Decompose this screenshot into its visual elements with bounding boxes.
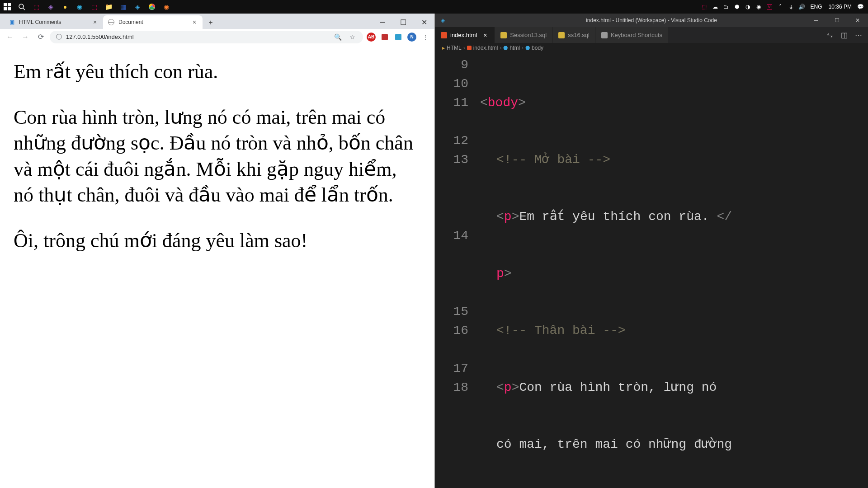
taskbar-app-explorer[interactable]: 📁 bbox=[101, 0, 116, 14]
tab-label: Keyboard Shortcuts bbox=[611, 32, 662, 38]
menu-icon[interactable]: ⋮ bbox=[420, 32, 431, 42]
code-area[interactable]: <body> <!-- Mở bài --> <p>Em rất yêu thí… bbox=[480, 53, 868, 488]
star-icon[interactable]: ☆ bbox=[347, 32, 358, 42]
back-button[interactable]: ← bbox=[4, 31, 16, 43]
paragraph-1: Em rất yêu thích con rùa. bbox=[14, 59, 421, 84]
split-editor-icon[interactable]: ◫ bbox=[839, 30, 849, 40]
browser-titlebar: ▣ HTML Comments × Document × + ─ ☐ ✕ bbox=[0, 14, 434, 29]
taskbar-app-vscode[interactable]: ◈ bbox=[130, 0, 145, 14]
editor-tab-ss16[interactable]: ss16.sql bbox=[552, 27, 595, 43]
ext-icon-2[interactable] bbox=[379, 32, 390, 42]
breadcrumb-item: index.html bbox=[467, 45, 498, 51]
favicon-icon bbox=[108, 19, 115, 26]
windows-taskbar: ⬚ ◈ ● ◉ ⬚ 📁 ▦ ◈ ◉ ⬚ ☁ 🗀 ⬢ ◑ ◉ V ˄ ⚶ 🔊 EN… bbox=[0, 0, 868, 14]
search-icon[interactable] bbox=[14, 0, 29, 14]
taskbar-app-1[interactable]: ⬚ bbox=[29, 0, 43, 14]
svg-rect-1 bbox=[8, 3, 11, 6]
close-icon[interactable]: × bbox=[191, 19, 198, 26]
code-editor[interactable]: 9101112131415161718 <body> <!-- Mở bài -… bbox=[435, 53, 868, 488]
tab-strip: ▣ HTML Comments × Document × + bbox=[0, 14, 372, 29]
paragraph-3: Ôi, trông chú mới đáng yêu làm sao! bbox=[14, 228, 421, 253]
taskbar-app-2[interactable]: ● bbox=[58, 0, 72, 14]
tray-icon-2[interactable]: 🗀 bbox=[722, 3, 730, 11]
zoom-icon[interactable]: 🔍 bbox=[332, 32, 343, 42]
maximize-button[interactable]: ☐ bbox=[393, 15, 414, 29]
tab-label: index.html bbox=[450, 32, 477, 38]
close-button[interactable]: ✕ bbox=[847, 14, 868, 27]
svg-rect-2 bbox=[4, 7, 7, 10]
tray-volume-icon[interactable]: 🔊 bbox=[798, 3, 806, 11]
minimize-button[interactable]: ─ bbox=[806, 14, 826, 27]
close-icon[interactable]: × bbox=[481, 32, 489, 39]
taskbar-app-3[interactable]: ◉ bbox=[72, 0, 87, 14]
vscode-logo-icon: ◈ bbox=[435, 17, 450, 23]
ext-icon-3[interactable] bbox=[393, 32, 404, 42]
taskbar-app-visualstudio[interactable]: ◈ bbox=[43, 0, 58, 14]
editor-tab-session13[interactable]: Session13.sql bbox=[495, 27, 552, 43]
tab-label: Session13.sql bbox=[510, 32, 547, 38]
svg-point-4 bbox=[19, 4, 24, 9]
tray-icon-3[interactable]: ⬢ bbox=[733, 3, 741, 11]
vscode-tabbar: index.html × Session13.sql ss16.sql Keyb… bbox=[435, 27, 868, 43]
more-actions-icon[interactable]: ⋯ bbox=[854, 30, 863, 40]
breadcrumb-item: ⬣html bbox=[503, 45, 520, 51]
editor-tab-index-html[interactable]: index.html × bbox=[435, 27, 495, 43]
taskbar-app-word[interactable]: ▦ bbox=[116, 0, 130, 14]
page-content: Em rất yêu thích con rùa. Con rùa hình t… bbox=[0, 45, 434, 488]
close-icon[interactable]: × bbox=[91, 19, 99, 26]
vscode-window: ◈ index.html - Untitled (Workspace) - Vi… bbox=[435, 14, 868, 488]
vscode-titlebar: ◈ index.html - Untitled (Workspace) - Vi… bbox=[435, 14, 868, 27]
breadcrumb-item: ▸HTML bbox=[442, 45, 462, 51]
tray-icon-cloud[interactable]: ☁ bbox=[711, 3, 719, 11]
line-number-gutter: 9101112131415161718 bbox=[435, 53, 480, 488]
new-tab-button[interactable]: + bbox=[204, 16, 217, 29]
editor-tab-keyboard-shortcuts[interactable]: Keyboard Shortcuts bbox=[595, 27, 668, 43]
reload-button[interactable]: ⟳ bbox=[34, 31, 47, 43]
svg-rect-3 bbox=[8, 7, 11, 10]
taskbar-app-firefox[interactable]: ◉ bbox=[159, 0, 174, 14]
forward-button[interactable]: → bbox=[19, 31, 32, 43]
sql-file-icon bbox=[558, 32, 565, 39]
sql-file-icon bbox=[500, 32, 507, 39]
tab-title: HTML Comments bbox=[19, 19, 88, 25]
profile-avatar[interactable]: N bbox=[406, 32, 417, 42]
tray-chevron-up-icon[interactable]: ˄ bbox=[776, 3, 784, 11]
site-info-icon[interactable]: ⓘ bbox=[55, 33, 62, 41]
close-button[interactable]: ✕ bbox=[414, 15, 434, 29]
tab-label: ss16.sql bbox=[568, 32, 590, 38]
taskbar-app-4[interactable]: ⬚ bbox=[87, 0, 101, 14]
address-bar[interactable]: ⓘ 127.0.0.1:5500/index.html 🔍 ☆ bbox=[50, 31, 363, 43]
svg-line-5 bbox=[23, 8, 25, 10]
browser-toolbar: ← → ⟳ ⓘ 127.0.0.1:5500/index.html 🔍 ☆ AB… bbox=[0, 29, 434, 45]
paragraph-2: Con rùa hình tròn, lưng nó có mai, trên … bbox=[14, 104, 421, 208]
tab-title: Document bbox=[118, 19, 187, 25]
browser-tab-1[interactable]: Document × bbox=[103, 15, 203, 29]
html-file-icon bbox=[440, 32, 448, 39]
tray-icon-4[interactable]: ◑ bbox=[744, 3, 752, 11]
browser-tab-0[interactable]: ▣ HTML Comments × bbox=[4, 15, 103, 29]
compare-changes-icon[interactable]: ⇋ bbox=[825, 30, 835, 40]
browser-window: ▣ HTML Comments × Document × + ─ ☐ ✕ ← → bbox=[0, 14, 435, 488]
svg-rect-0 bbox=[4, 3, 7, 6]
taskbar-app-chrome[interactable] bbox=[145, 0, 159, 14]
tray-notifications-icon[interactable]: 💬 bbox=[856, 3, 864, 11]
tray-icon-5[interactable]: ◉ bbox=[755, 3, 763, 11]
tray-icon-v[interactable]: V bbox=[765, 3, 774, 11]
maximize-button[interactable]: ☐ bbox=[826, 14, 847, 27]
minimize-button[interactable]: ─ bbox=[372, 15, 393, 29]
start-button[interactable] bbox=[0, 0, 14, 14]
vscode-title: index.html - Untitled (Workspace) - Visu… bbox=[586, 17, 717, 23]
tray-language[interactable]: ENG bbox=[809, 4, 824, 10]
tray-icon-1[interactable]: ⬚ bbox=[700, 3, 708, 11]
tray-clock[interactable]: 10:36 PM bbox=[827, 4, 854, 10]
breadcrumb-item: ⬣body bbox=[525, 45, 543, 51]
breadcrumb[interactable]: ▸HTML › index.html › ⬣html › ⬣body bbox=[435, 43, 868, 53]
ext-abp-icon[interactable]: AB bbox=[366, 32, 377, 42]
url-text: 127.0.0.1:5500/index.html bbox=[66, 33, 329, 40]
tray-wifi-icon[interactable]: ⚶ bbox=[787, 3, 795, 11]
favicon-icon: ▣ bbox=[8, 19, 15, 26]
keyboard-icon bbox=[601, 32, 608, 39]
